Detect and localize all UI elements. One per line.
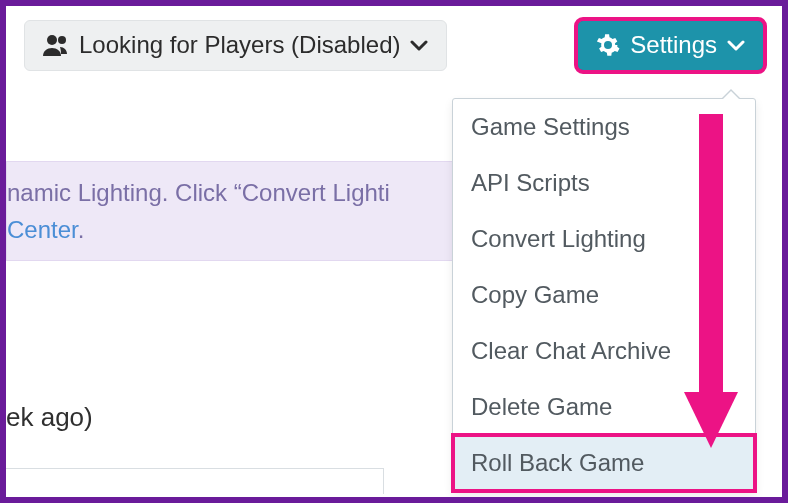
svg-point-0	[47, 35, 57, 45]
screenshot-frame: Looking for Players (Disabled) Settings	[0, 0, 788, 503]
lighting-banner: namic Lighting. Click “Convert Lighti Ce…	[6, 161, 486, 261]
settings-label: Settings	[630, 31, 717, 60]
looking-for-players-label: Looking for Players (Disabled)	[79, 31, 400, 60]
panel-border-fragment	[6, 468, 384, 494]
last-played-text: ek ago)	[6, 402, 93, 433]
people-icon	[43, 34, 69, 56]
settings-menu: Game Settings API Scripts Convert Lighti…	[452, 98, 756, 492]
menu-item-game-settings[interactable]: Game Settings	[453, 99, 755, 155]
page-toolbar: Looking for Players (Disabled) Settings	[6, 6, 782, 71]
chevron-down-icon	[727, 39, 745, 51]
menu-item-delete-game[interactable]: Delete Game	[453, 379, 755, 435]
menu-item-roll-back-game[interactable]: Roll Back Game	[453, 435, 755, 491]
help-center-link[interactable]: Center	[7, 216, 78, 243]
gear-icon	[596, 33, 620, 57]
menu-item-copy-game[interactable]: Copy Game	[453, 267, 755, 323]
menu-item-clear-chat-archive[interactable]: Clear Chat Archive	[453, 323, 755, 379]
svg-point-1	[58, 36, 66, 44]
settings-button[interactable]: Settings	[577, 20, 764, 71]
looking-for-players-button[interactable]: Looking for Players (Disabled)	[24, 20, 447, 71]
banner-period: .	[78, 216, 85, 243]
banner-text-fragment: namic Lighting. Click “Convert Lighti	[7, 179, 390, 206]
menu-item-api-scripts[interactable]: API Scripts	[453, 155, 755, 211]
menu-item-convert-lighting[interactable]: Convert Lighting	[453, 211, 755, 267]
chevron-down-icon	[410, 39, 428, 51]
